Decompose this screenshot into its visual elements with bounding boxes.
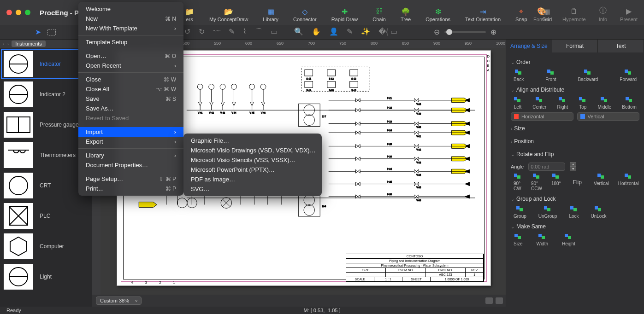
order-front[interactable]: Front (545, 69, 556, 82)
section-align[interactable]: Align and Distribute (511, 85, 639, 95)
tool-icon-8[interactable]: 🔍 (294, 27, 303, 37)
tool-icon-4[interactable]: ⌇ (243, 27, 247, 37)
group-group[interactable]: Group (514, 206, 526, 219)
group-lock[interactable]: Lock (569, 206, 579, 219)
close-window-icon[interactable] (6, 10, 12, 15)
menu-microsoft-visio-drawings-vsd-vsdx-vdx-[interactable]: Microsoft Visio Drawings (VSD, VSDX, VDX… (183, 145, 322, 155)
group-ungroup[interactable]: UnGroup (538, 206, 557, 219)
chevron-right-icon[interactable]: › (7, 41, 9, 47)
section-same[interactable]: Make Same (511, 221, 639, 232)
align-center[interactable]: Center (532, 97, 546, 110)
same-height[interactable]: Height (562, 233, 575, 246)
tool-icon-12[interactable]: ✨ (361, 27, 370, 37)
chevron-left-icon[interactable]: ‹ (3, 41, 5, 47)
tab-text[interactable]: Text (598, 40, 644, 52)
toolbar-snap[interactable]: ⌖Snap (515, 7, 527, 22)
shape-light[interactable]: Light (1, 262, 91, 292)
zoom-select[interactable]: Custom 38% (96, 297, 142, 305)
footer-icon-2[interactable] (496, 297, 503, 304)
toolbar-my-conceptdraw[interactable]: 📂My ConceptDraw (209, 7, 248, 22)
file-menu[interactable]: WelcomeNew⌘ NNew With TemplateTemplate S… (78, 2, 183, 196)
footer-icon-1[interactable] (485, 297, 493, 304)
group-unlock[interactable]: UnLock (591, 206, 607, 219)
shape-crt[interactable]: CRT (1, 170, 91, 201)
menu-pdf-as-image-[interactable]: PDF as Image… (183, 174, 322, 184)
menu-open-[interactable]: Open…⌘ O (78, 51, 183, 61)
shape-indicator-2[interactable]: Indicator 2 (1, 79, 91, 110)
tool-icon-2[interactable]: 〰 (213, 27, 220, 37)
zoom-out-icon[interactable]: ⊖ (434, 28, 440, 36)
import-submenu[interactable]: Graphic File…Microsoft Visio Drawings (V… (183, 134, 322, 196)
tool-icon-9[interactable]: ✋ (312, 27, 321, 37)
menu-graphic-file-[interactable]: Graphic File… (183, 136, 322, 145)
distribute-h-select[interactable]: Horizontal (511, 112, 573, 121)
tool-icon-11[interactable]: ✎ (347, 27, 353, 37)
menu-library[interactable]: Library (78, 151, 183, 160)
toolbar-present[interactable]: ▶Present (620, 7, 638, 22)
shape-indicator[interactable]: Indicator (1, 49, 91, 79)
toolbar-chain[interactable]: ⛓Chain (372, 7, 386, 22)
toolbar-library[interactable]: ▦Library (263, 7, 278, 22)
same-width[interactable]: Width (536, 233, 548, 246)
toolbar-text-orientation[interactable]: ⇥Text Orientation (465, 7, 501, 22)
menu-page-setup-[interactable]: Page Setup…⇧ ⌘ P (78, 174, 183, 184)
align-top[interactable]: Top (579, 97, 587, 110)
shape-thermometers[interactable]: Thermometers (1, 140, 91, 170)
flip-horizontal[interactable]: Horizontal (618, 173, 639, 191)
menu-microsoft-powerpoint-pptx-[interactable]: Microsoft PowerPoint (PPTX)… (183, 165, 322, 174)
breadcrumb-chip[interactable]: Instruments (12, 41, 45, 47)
menu-import[interactable]: Import (78, 127, 183, 137)
menu-welcome[interactable]: Welcome (78, 4, 183, 14)
order-back[interactable]: Back (514, 69, 524, 82)
section-rotate[interactable]: Rotate and Flip (511, 149, 639, 159)
toolbar-format[interactable]: 🎨Format (533, 7, 549, 22)
menu-close[interactable]: Close⌘ W (78, 75, 183, 84)
section-order[interactable]: Order (511, 57, 639, 67)
pointer-tool-icon[interactable]: ➤ (35, 28, 41, 36)
tool-icon-3[interactable]: ✎ (229, 27, 235, 37)
shape-pressure-gauges[interactable]: Pressure gauges (1, 110, 91, 140)
rotate-180-[interactable]: 180° (551, 173, 561, 191)
menu-new[interactable]: New⌘ N (78, 14, 183, 23)
section-group[interactable]: Group and Lock (511, 194, 639, 204)
tab-format[interactable]: Format (552, 40, 598, 52)
menu-save[interactable]: Save⌘ S (78, 94, 183, 104)
order-forward[interactable]: Forward (620, 69, 637, 82)
menu-new-with-template[interactable]: New With Template (78, 23, 183, 33)
zoom-slider[interactable]: ⊖ ⊕ (434, 28, 496, 36)
align-left[interactable]: Left (514, 97, 522, 110)
menu-save-as-[interactable]: Save As… (78, 104, 183, 113)
tool-icon-6[interactable]: ▭ (271, 27, 278, 37)
toolbar-ers[interactable]: 📁ers (184, 7, 195, 22)
toolbar-operations[interactable]: ❇Operations (425, 7, 450, 22)
angle-input[interactable] (528, 163, 565, 171)
menu-print-[interactable]: Print…⌘ P (78, 184, 183, 193)
toolbar-rapid-draw[interactable]: ✚Rapid Draw (331, 7, 358, 22)
menu-microsoft-visio-stencils-vss-vssx-[interactable]: Microsoft Visio Stencils (VSS, VSSX)… (183, 155, 322, 165)
rotate-90-ccw[interactable]: 90° CCW (531, 173, 542, 191)
menu-svg-[interactable]: SVG… (183, 184, 322, 194)
toolbar-hypernote[interactable]: 🗒Hypernote (562, 7, 586, 22)
distribute-v-select[interactable]: Vertical (577, 112, 640, 121)
menu-export[interactable]: Export (78, 137, 183, 146)
align-bottom[interactable]: Bottom (622, 97, 637, 110)
tool-icon-0[interactable]: ↺ (184, 27, 190, 37)
toolbar-info[interactable]: ⓘInfo (599, 6, 607, 22)
same-size[interactable]: Size (514, 233, 522, 246)
menu-document-properties-[interactable]: Document Properties… (78, 160, 183, 170)
tool-icon-5[interactable]: ⌒ (255, 27, 262, 37)
shape-plc[interactable]: PLC (1, 201, 91, 231)
section-size[interactable]: Size (511, 123, 639, 134)
menu-open-recent[interactable]: Open Recent (78, 61, 183, 70)
toolbar-tree[interactable]: 🌳Tree (401, 7, 411, 22)
toolbar-connector[interactable]: ◇Connector (293, 7, 317, 22)
zoom-in-icon[interactable]: ⊕ (490, 28, 496, 36)
shape-computer[interactable]: Computer (1, 231, 91, 262)
flip-vertical[interactable]: Vertical (594, 173, 609, 191)
align-middle[interactable]: Middle (598, 97, 611, 110)
angle-stepper[interactable]: ▲▼ (570, 162, 576, 171)
menu-close-all[interactable]: Close All⌥ ⌘ W (78, 84, 183, 94)
marquee-tool-icon[interactable] (47, 29, 56, 35)
align-right[interactable]: Right (557, 97, 568, 110)
tab-arrange[interactable]: Arrange & Size (506, 40, 552, 52)
